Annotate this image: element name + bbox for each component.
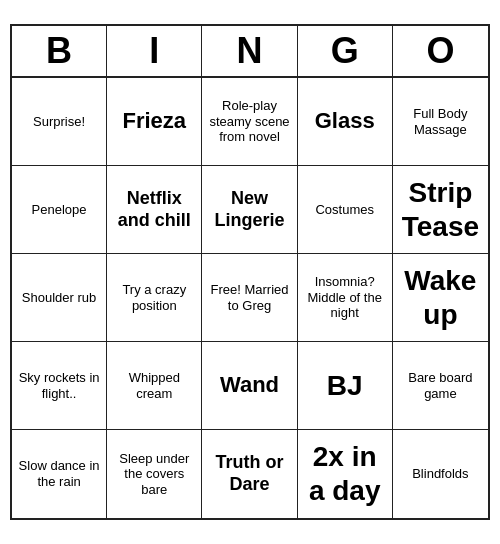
bingo-cell: BJ [298,342,393,430]
bingo-card: BINGO Surprise!FriezaRole-play steamy sc… [10,24,490,520]
bingo-cell: Sleep under the covers bare [107,430,202,518]
bingo-cell: New Lingerie [202,166,297,254]
header-letter: B [12,26,107,76]
header-letter: O [393,26,488,76]
bingo-cell: 2x in a day [298,430,393,518]
bingo-cell: Whipped cream [107,342,202,430]
bingo-cell: Role-play steamy scene from novel [202,78,297,166]
bingo-cell: Shoulder rub [12,254,107,342]
bingo-cell: Insomnia? Middle of the night [298,254,393,342]
bingo-cell: Penelope [12,166,107,254]
bingo-grid: Surprise!FriezaRole-play steamy scene fr… [12,78,488,518]
bingo-cell: Netflix and chill [107,166,202,254]
bingo-cell: Sky rockets in flight.. [12,342,107,430]
header-letter: G [298,26,393,76]
bingo-cell: Glass [298,78,393,166]
bingo-cell: Frieza [107,78,202,166]
bingo-cell: Bare board game [393,342,488,430]
bingo-cell: Truth or Dare [202,430,297,518]
bingo-cell: Costumes [298,166,393,254]
bingo-cell: Free! Married to Greg [202,254,297,342]
bingo-cell: Strip Tease [393,166,488,254]
bingo-header: BINGO [12,26,488,78]
header-letter: N [202,26,297,76]
bingo-cell: Blindfolds [393,430,488,518]
bingo-cell: Try a crazy position [107,254,202,342]
bingo-cell: Wand [202,342,297,430]
bingo-cell: Full Body Massage [393,78,488,166]
bingo-cell: Surprise! [12,78,107,166]
header-letter: I [107,26,202,76]
bingo-cell: Wake up [393,254,488,342]
bingo-cell: Slow dance in the rain [12,430,107,518]
